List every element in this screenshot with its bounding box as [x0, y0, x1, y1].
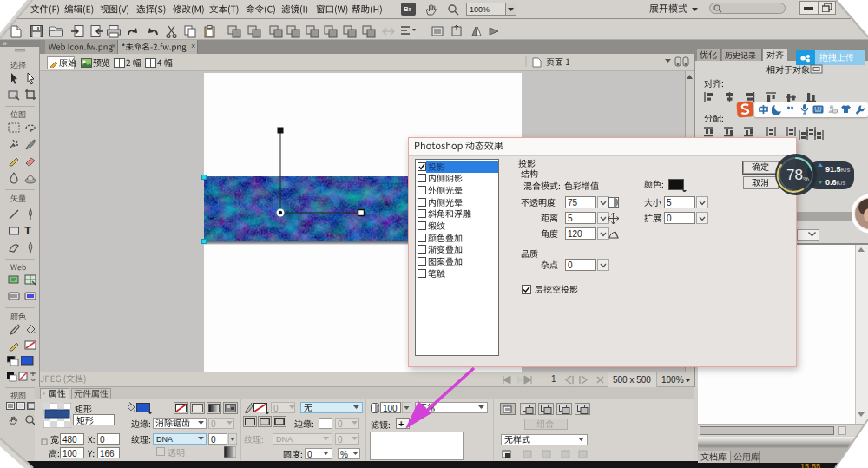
svg-text:78: 78: [786, 167, 803, 183]
svg-text:0.6K/s: 0.6K/s: [825, 178, 846, 187]
svg-text:%: %: [803, 175, 809, 183]
svg-text:91.5K/s: 91.5K/s: [825, 165, 851, 174]
